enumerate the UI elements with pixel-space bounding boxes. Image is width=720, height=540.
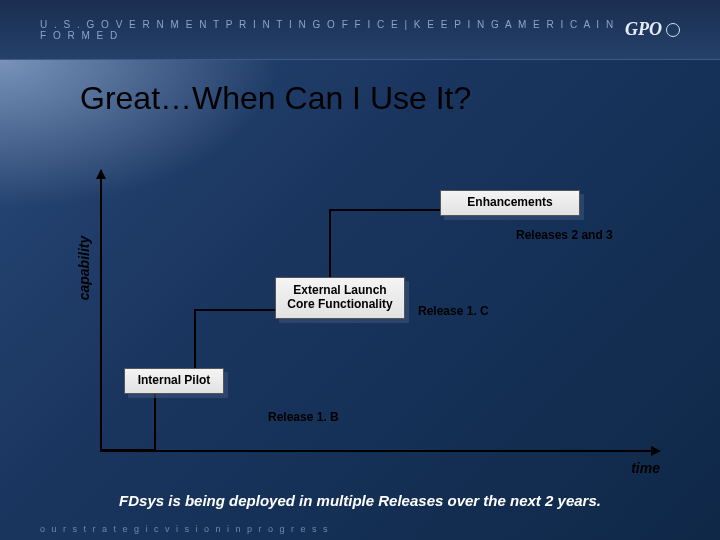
- release-label-enhancements: Releases 2 and 3: [516, 228, 613, 242]
- stage-label: Enhancements: [467, 196, 552, 210]
- x-axis: [100, 450, 660, 452]
- slide-caption: FDsys is being deployed in multiple Rele…: [0, 492, 720, 509]
- slide-title: Great…When Can I Use It?: [0, 60, 720, 117]
- stage-enhancements: Enhancements: [440, 190, 580, 216]
- stage-external-launch: External Launch Core Functionality: [275, 277, 405, 319]
- logo-text: GPO: [625, 19, 662, 40]
- header-org-text: U . S . G O V E R N M E N T P R I N T I …: [40, 19, 625, 41]
- footer-tagline: o u r s t r a t e g i c v i s i o n i n …: [40, 524, 330, 534]
- release-label-external-launch: Release 1. C: [418, 304, 489, 318]
- stage-label: Internal Pilot: [138, 374, 211, 388]
- capability-time-chart: capability time Enhancements Releases 2 …: [80, 170, 660, 470]
- stage-internal-pilot: Internal Pilot: [124, 368, 224, 394]
- release-label-internal-pilot: Release 1. B: [268, 410, 339, 424]
- x-axis-label: time: [631, 460, 660, 476]
- logo-seal-icon: [666, 23, 680, 37]
- y-axis: [100, 170, 102, 450]
- stage-label: External Launch Core Functionality: [284, 284, 396, 312]
- header-bar: U . S . G O V E R N M E N T P R I N T I …: [0, 0, 720, 60]
- y-axis-label: capability: [76, 236, 92, 301]
- gpo-logo: GPO: [625, 19, 680, 40]
